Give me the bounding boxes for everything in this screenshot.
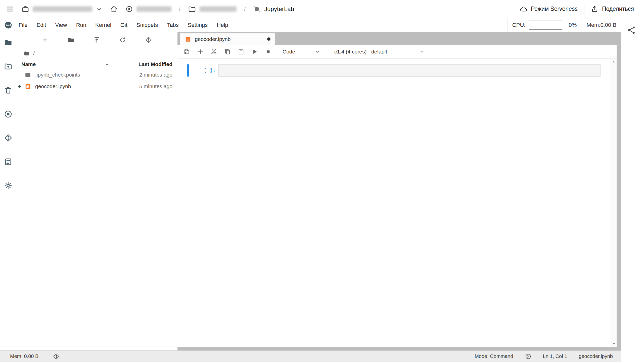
running-indicator-dot — [18, 85, 21, 88]
menu-help[interactable]: Help — [212, 18, 233, 32]
copy-icon[interactable] — [224, 48, 231, 55]
tab-geocoder-notebook[interactable]: geocoder.ipynb — [180, 33, 275, 45]
unsaved-changes-dot[interactable] — [267, 37, 270, 41]
file-modified: 5 minutes ago — [139, 83, 172, 89]
git-icon[interactable] — [53, 353, 60, 360]
menu-file[interactable]: File — [14, 18, 32, 32]
cloud-icon — [520, 5, 527, 13]
notebook-scrollbar[interactable] — [611, 59, 617, 347]
list-item[interactable]: .ipynb_checkpoints 2 minutes ago — [16, 69, 177, 81]
mem-value: Mem:0.00 B — [586, 22, 616, 28]
kernel-selector[interactable]: c1.4 (4 cores) - default — [334, 49, 425, 55]
menubar-separator — [234, 18, 234, 32]
redacted-workspace-name — [33, 6, 92, 12]
cell-prompt: [ ]: — [189, 64, 218, 77]
scroll-up-icon[interactable] — [612, 60, 616, 64]
trash-icon[interactable] — [4, 86, 12, 94]
menu-settings[interactable]: Settings — [183, 18, 212, 32]
cursor-position-status[interactable]: Ln 1, Col 1 — [543, 353, 567, 359]
hamburger-menu-icon[interactable] — [6, 5, 14, 13]
file-list-header: Name Last Modified — [16, 59, 177, 69]
dock-panel: geocoder.ipynb — [177, 32, 621, 350]
sort-by-name-header[interactable]: Name — [21, 61, 109, 67]
upload-icon[interactable] — [93, 36, 100, 43]
menu-edit[interactable]: Edit — [32, 18, 51, 32]
insert-cell-plus-icon[interactable] — [197, 48, 204, 55]
new-launcher-plus-icon[interactable] — [41, 36, 49, 43]
save-icon[interactable] — [183, 48, 190, 55]
menu-git[interactable]: Git — [116, 18, 132, 32]
notebook-file-icon — [185, 36, 191, 42]
redacted-project-name — [200, 6, 237, 12]
datasphere-logo-icon — [125, 5, 133, 13]
scroll-down-icon[interactable] — [612, 342, 616, 345]
chevron-down-icon — [419, 49, 425, 54]
cell-type-value: Code — [283, 49, 295, 55]
jupyter-menu-logo-icon — [4, 21, 13, 29]
cut-icon[interactable] — [211, 48, 217, 55]
notebook-tool-buttons — [183, 48, 271, 55]
breadcrumb-project[interactable] — [188, 5, 237, 13]
notebook-mode-status[interactable]: Mode: Command — [475, 353, 513, 359]
active-file-status: geocoder.ipynb — [579, 353, 613, 359]
cell-code-editor[interactable] — [218, 64, 601, 77]
chevron-down-icon — [315, 49, 320, 54]
menu-tabs[interactable]: Tabs — [162, 18, 183, 32]
file-browser-icon[interactable] — [4, 38, 12, 47]
home-icon[interactable] — [110, 5, 118, 13]
redacted-community-name — [136, 6, 171, 12]
paste-icon[interactable] — [238, 48, 244, 55]
settings-gear-icon[interactable] — [4, 182, 12, 190]
memory-usage-status: Mem: 0.00 B — [10, 353, 38, 359]
topbar-divider — [584, 4, 584, 14]
serverless-mode-button[interactable]: Режим Serverless — [520, 5, 578, 13]
code-cell[interactable]: [ ]: — [187, 64, 617, 77]
folder-icon — [188, 5, 196, 13]
breadcrumb-community[interactable] — [125, 5, 171, 13]
left-activity-bar — [0, 32, 16, 350]
main-area: / Name Last Modified .ipynb_checkp — [0, 32, 621, 350]
cpu-usage-bar — [529, 21, 562, 30]
folder-icon — [25, 72, 31, 78]
breadcrumb-jupyterlab: JupyterLab — [253, 5, 294, 13]
list-item[interactable]: geocoder.ipynb 5 minutes ago — [16, 81, 177, 92]
git-icon[interactable] — [4, 134, 12, 142]
share-nodes-icon[interactable] — [627, 26, 636, 35]
file-name: geocoder.ipynb — [35, 83, 139, 89]
tab-title: geocoder.ipynb — [195, 36, 231, 42]
cell-type-dropdown[interactable]: Code — [283, 49, 320, 55]
status-left: Mem: 0.00 B — [10, 353, 60, 360]
sort-by-modified-header[interactable]: Last Modified — [139, 61, 172, 67]
refresh-icon[interactable] — [119, 36, 126, 43]
new-folder-icon[interactable] — [4, 62, 12, 71]
stop-icon[interactable] — [265, 48, 271, 55]
stop-circle-icon[interactable] — [4, 110, 12, 118]
run-icon[interactable] — [251, 48, 258, 55]
chevron-down-icon — [96, 6, 102, 12]
briefcase-icon — [22, 5, 29, 13]
status-bar: Mem: 0.00 B Mode: Command Ln 1, Col 1 ge… — [0, 350, 621, 362]
menu-kernel[interactable]: Kernel — [91, 18, 116, 32]
checkpoints-list-icon[interactable] — [4, 158, 12, 166]
file-modified: 2 minutes ago — [139, 72, 172, 78]
menu-run[interactable]: Run — [72, 18, 91, 32]
breadcrumb-separator: / — [244, 6, 246, 12]
topbar-right: Режим Serverless Поделиться — [520, 4, 634, 14]
git-icon[interactable] — [145, 36, 152, 43]
right-gutter — [621, 18, 644, 362]
share-button[interactable]: Поделиться — [591, 5, 634, 13]
status-right: Mode: Command Ln 1, Col 1 geocoder.ipynb — [475, 353, 613, 360]
new-folder-icon[interactable] — [67, 36, 74, 43]
workspace-selector[interactable] — [22, 5, 102, 13]
cpu-usage: CPU: 0% — [508, 18, 581, 32]
breadcrumb[interactable]: / — [16, 47, 177, 59]
resource-usage: CPU: 0% Mem:0.00 B — [508, 18, 621, 32]
topbar: / / JupyterLab Режим Serverless П — [0, 0, 644, 18]
menu-snippets[interactable]: Snippets — [132, 18, 163, 32]
notebook-toolbar: Code c1.4 (4 cores) - default — [177, 45, 617, 59]
notebook-content: [ ]: — [177, 59, 617, 347]
kernel-status-icon[interactable] — [525, 353, 531, 360]
mem-usage: Mem:0.00 B — [581, 18, 621, 32]
file-name: .ipynb_checkpoints — [35, 72, 139, 78]
menu-view[interactable]: View — [51, 18, 71, 32]
